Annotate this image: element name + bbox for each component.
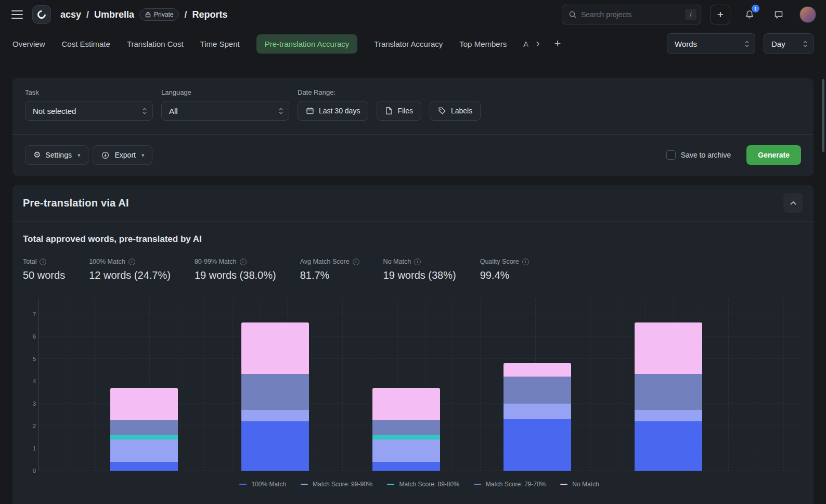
- tab-time-spent[interactable]: Time Spent: [200, 40, 240, 48]
- app-root: acsy / Umbrella Private / Reports / + 1 …: [0, 0, 826, 504]
- stats-row: Total50 words100% Match12 words (24.7%)8…: [23, 258, 803, 281]
- legend-item-no-match[interactable]: No Match: [560, 481, 599, 488]
- y-axis-tick-label: 1: [23, 445, 36, 451]
- stacked-bar-5[interactable]: [635, 322, 702, 471]
- labels-filter-button[interactable]: Labels: [430, 101, 481, 121]
- breadcrumb-page[interactable]: Reports: [192, 9, 227, 20]
- info-icon[interactable]: [40, 259, 46, 265]
- bar-segment-match-score-89-80[interactable]: [110, 435, 178, 440]
- bar-segment-match-score-99-90[interactable]: [372, 440, 440, 462]
- logo-icon: [36, 9, 48, 21]
- date-range-button[interactable]: Last 30 days: [298, 101, 368, 121]
- add-report-tab-button[interactable]: +: [554, 38, 561, 49]
- stacked-bar-3[interactable]: [372, 388, 440, 471]
- bar-segment-no-match[interactable]: [241, 322, 309, 374]
- tab-cost-estimate[interactable]: Cost Estimate: [62, 40, 110, 48]
- save-to-archive-checkbox[interactable]: [666, 150, 676, 160]
- legend-item-match-score-89-80[interactable]: Match Score: 89-80%: [387, 481, 459, 488]
- bar-segment-no-match[interactable]: [372, 388, 440, 420]
- tabs-scroll-right-icon[interactable]: ›: [536, 38, 539, 49]
- stat-value: 12 words (24.7%): [89, 269, 171, 281]
- info-icon[interactable]: [353, 259, 359, 265]
- vertical-gridline: [370, 299, 370, 471]
- page-scrollbar[interactable]: [822, 79, 824, 152]
- stacked-bar-1[interactable]: [110, 388, 178, 471]
- search-shortcut-key: /: [685, 9, 696, 20]
- bar-segment-no-match[interactable]: [635, 322, 702, 374]
- settings-button[interactable]: ⚙ Settings ▾: [25, 145, 88, 165]
- filter-row: Task Not selected Language All Date Rang…: [25, 88, 801, 121]
- bar-segment-100-match[interactable]: [635, 421, 702, 471]
- user-menu-button[interactable]: [798, 5, 818, 24]
- chevron-down-icon: ▾: [141, 152, 145, 159]
- info-icon[interactable]: [414, 259, 421, 265]
- report-title: Pre-translation via AI: [23, 197, 129, 209]
- bar-segment-100-match[interactable]: [504, 419, 571, 471]
- tab-overflow-partial[interactable]: A: [523, 40, 532, 48]
- info-icon[interactable]: [128, 259, 135, 265]
- settings-button-label: Settings: [45, 151, 72, 159]
- language-select[interactable]: All: [161, 101, 289, 121]
- tab-translator-accuracy[interactable]: Translator Accuracy: [374, 40, 443, 48]
- files-filter-button[interactable]: Files: [377, 101, 421, 121]
- bar-segment-no-match[interactable]: [110, 388, 178, 420]
- bar-segment-100-match[interactable]: [372, 462, 440, 471]
- stat-label: Total: [23, 258, 36, 265]
- bar-segment-100-match[interactable]: [110, 462, 178, 471]
- tab-pre-translation-accuracy[interactable]: Pre-translation Accuracy: [256, 34, 358, 54]
- stacked-bar-2[interactable]: [241, 322, 309, 471]
- menu-icon[interactable]: [11, 10, 23, 19]
- legend-swatch: [474, 484, 481, 485]
- y-axis-tick-label: 2: [23, 423, 36, 429]
- bar-segment-match-score-79-70[interactable]: [372, 420, 440, 435]
- bar-segment-match-score-79-70[interactable]: [110, 420, 178, 435]
- legend-item-match-score-99-90[interactable]: Match Score: 99-90%: [301, 481, 372, 488]
- stat-avg-match-score: Avg Match Score81.7%: [300, 258, 359, 281]
- legend-swatch: [560, 484, 567, 485]
- create-project-button[interactable]: +: [711, 5, 730, 24]
- stacked-bar-4[interactable]: [504, 363, 571, 471]
- bar-segment-match-score-89-80[interactable]: [372, 435, 440, 440]
- stat-80-99-match: 80-99% Match19 words (38.0%): [195, 258, 276, 281]
- export-button[interactable]: Export ▾: [93, 145, 152, 165]
- tab-top-members[interactable]: Top Members: [459, 40, 507, 48]
- tab-overview[interactable]: Overview: [12, 40, 45, 48]
- info-icon[interactable]: [240, 259, 247, 265]
- avatar: [799, 6, 816, 23]
- save-to-archive-control[interactable]: Save to archive: [666, 150, 731, 160]
- generate-button[interactable]: Generate: [746, 145, 801, 165]
- bar-segment-no-match[interactable]: [504, 363, 571, 377]
- bar-segment-match-score-79-70[interactable]: [504, 377, 571, 404]
- collapse-report-button[interactable]: [783, 193, 803, 213]
- notification-count-badge: 1: [752, 5, 759, 12]
- period-select[interactable]: Day: [764, 33, 814, 54]
- gear-icon: ⚙: [33, 151, 41, 159]
- bar-segment-match-score-99-90[interactable]: [110, 440, 178, 462]
- language-filter-group: Language All: [161, 88, 289, 121]
- bar-segment-match-score-99-90[interactable]: [635, 410, 702, 421]
- search-input[interactable]: [581, 10, 681, 19]
- breadcrumb-project[interactable]: Umbrella: [94, 9, 134, 20]
- y-axis-tick-label: 6: [23, 333, 36, 340]
- unit-select[interactable]: Words: [667, 33, 755, 54]
- legend-item-100-match[interactable]: 100% Match: [239, 481, 286, 488]
- stat-100-match: 100% Match12 words (24.7%): [89, 258, 171, 281]
- legend-item-match-score-79-70[interactable]: Match Score: 79-70%: [474, 481, 546, 488]
- stat-label: 100% Match: [89, 258, 125, 265]
- task-select[interactable]: Not selected: [25, 101, 153, 121]
- info-icon[interactable]: [522, 259, 529, 265]
- vertical-gridline: [204, 299, 205, 471]
- tab-translation-cost[interactable]: Translation Cost: [127, 40, 184, 48]
- messages-button[interactable]: [769, 5, 789, 24]
- bar-segment-match-score-99-90[interactable]: [504, 404, 571, 419]
- bar-segment-match-score-99-90[interactable]: [241, 410, 309, 421]
- bar-segment-100-match[interactable]: [241, 421, 309, 471]
- date-range-label: Date Range:: [298, 88, 481, 96]
- stat-value: 50 words: [23, 269, 65, 281]
- bar-segment-match-score-79-70[interactable]: [635, 374, 702, 410]
- app-logo[interactable]: [32, 5, 51, 24]
- notifications-button[interactable]: 1: [740, 5, 759, 24]
- bar-segment-match-score-79-70[interactable]: [241, 374, 309, 410]
- breadcrumb-org[interactable]: acsy: [60, 9, 81, 20]
- date-buttons: Last 30 days Files Labels: [298, 101, 481, 121]
